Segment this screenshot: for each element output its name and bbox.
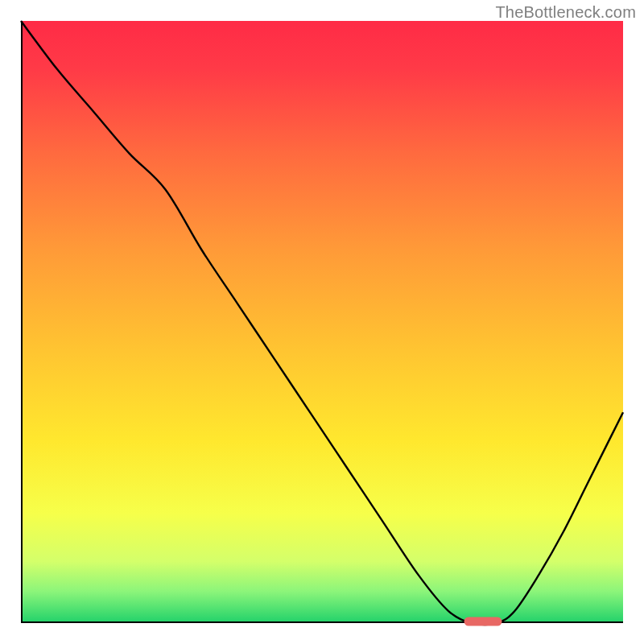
chart-stage: TheBottleneck.com xyxy=(0,0,644,644)
watermark: TheBottleneck.com xyxy=(495,3,636,22)
bottleneck-curve xyxy=(21,21,623,623)
bottleneck-curve-path xyxy=(21,21,623,625)
optimal-marker xyxy=(464,617,502,626)
